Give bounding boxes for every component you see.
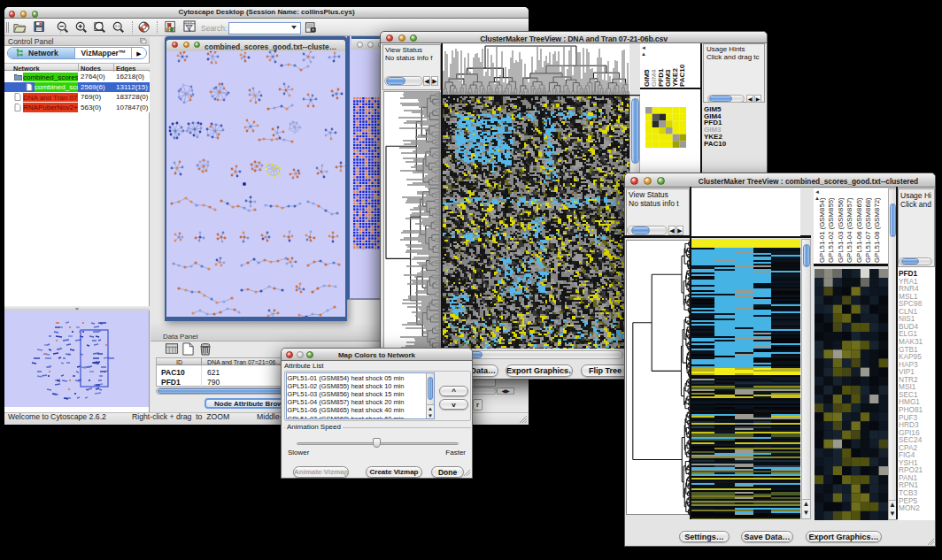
svg-text:1:1: 1:1 — [115, 24, 121, 28]
